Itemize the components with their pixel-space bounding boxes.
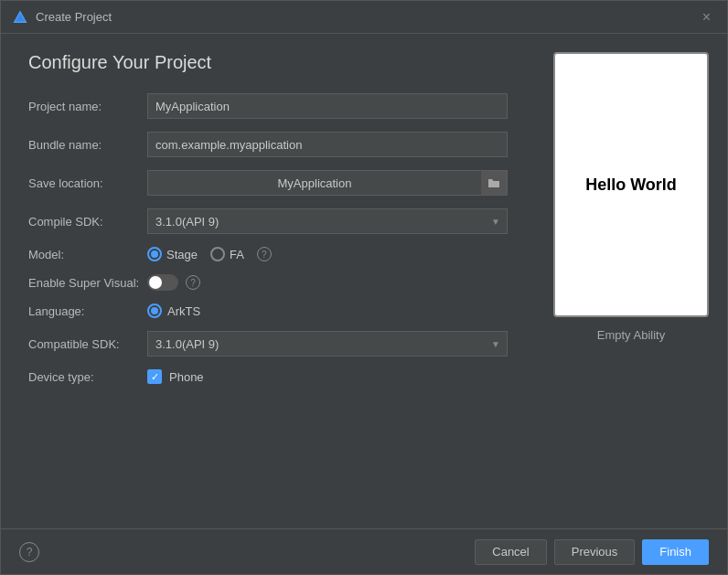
compatible-sdk-select[interactable]: 3.1.0(API 9) [147,331,508,357]
project-name-row: Project name: [28,93,508,119]
browse-button[interactable] [481,171,507,195]
model-radio-group: Stage FA ? [147,247,272,261]
model-stage-radio[interactable] [147,247,162,261]
language-option[interactable]: ArkTS [147,303,200,318]
phone-checkbox[interactable]: ✓ [147,369,162,384]
preview-phone: Hello World [553,52,709,317]
device-type-label: Device type: [28,370,147,384]
preview-section: Hello World Empty Ability [535,34,727,528]
compile-sdk-select[interactable]: 3.1.0(API 9) [147,208,508,234]
toggle-knob [149,276,162,289]
page-title: Configure Your Project [28,52,508,73]
compile-sdk-label: Compile SDK: [28,215,147,229]
footer: ? Cancel Previous Finish [1,528,727,574]
super-visual-toggle-wrapper: ? [147,274,200,291]
bundle-name-input[interactable] [147,132,508,157]
preview-label: Empty Ability [597,328,665,342]
previous-button[interactable]: Previous [554,539,636,565]
language-radio[interactable] [147,303,162,318]
title-bar: Create Project × [1,1,727,34]
model-row: Model: Stage FA ? [28,247,508,261]
model-fa-radio[interactable] [210,247,225,261]
model-fa-option[interactable]: FA [210,247,244,261]
model-fa-label: FA [230,248,244,261]
model-stage-label: Stage [166,248,198,261]
language-row: Language: ArkTS [28,303,508,318]
compatible-sdk-wrapper: 3.1.0(API 9) ▼ [147,331,508,357]
model-help-icon[interactable]: ? [257,247,272,261]
check-icon: ✓ [151,372,159,382]
close-button[interactable]: × [697,7,716,27]
save-location-wrapper [147,170,508,196]
device-type-value: Phone [169,370,204,384]
device-type-phone[interactable]: ✓ Phone [147,369,204,384]
compatible-sdk-row: Compatible SDK: 3.1.0(API 9) ▼ [28,331,508,357]
model-label: Model: [28,248,147,261]
form-section: Configure Your Project Project name: Bun… [1,34,535,528]
bundle-name-row: Bundle name: [28,132,508,157]
super-visual-toggle[interactable] [147,274,178,291]
app-icon [12,9,28,26]
content-area: Configure Your Project Project name: Bun… [1,34,727,528]
super-visual-row: Enable Super Visual: ? [28,274,508,291]
project-name-label: Project name: [28,100,147,113]
save-location-input[interactable] [148,173,481,194]
super-visual-label: Enable Super Visual: [28,276,147,290]
preview-hello-world: Hello World [585,176,677,195]
super-visual-help-icon[interactable]: ? [186,275,200,290]
project-name-input[interactable] [147,93,508,119]
footer-help-button[interactable]: ? [19,542,39,562]
cancel-button[interactable]: Cancel [475,539,546,565]
device-type-row: Device type: ✓ Phone [28,369,508,384]
compile-sdk-wrapper: 3.1.0(API 9) ▼ [147,208,508,234]
save-location-label: Save location: [28,176,147,190]
finish-button[interactable]: Finish [642,539,709,565]
help-icon: ? [27,546,33,559]
model-stage-option[interactable]: Stage [147,247,198,261]
language-label: Language: [28,304,147,318]
folder-icon [487,177,500,188]
dialog: Create Project × Configure Your Project … [0,0,728,575]
compile-sdk-row: Compile SDK: 3.1.0(API 9) ▼ [28,208,508,234]
save-location-row: Save location: [28,170,508,196]
compatible-sdk-label: Compatible SDK: [28,337,147,351]
language-value: ArkTS [167,304,200,318]
bundle-name-label: Bundle name: [28,138,147,152]
window-title: Create Project [36,10,697,24]
